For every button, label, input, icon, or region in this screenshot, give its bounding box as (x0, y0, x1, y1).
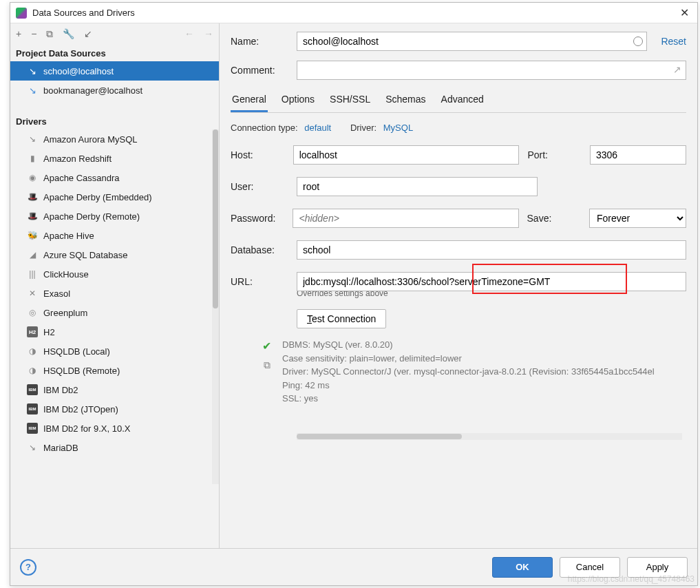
main-panel: Name: Reset Comment: ↗ General Options S… (220, 23, 697, 548)
help-button[interactable]: ? (20, 559, 36, 576)
driver-label: H2 (43, 327, 55, 337)
remove-icon[interactable]: − (31, 28, 36, 39)
driver-item[interactable]: 🐝Apache Hive (10, 226, 219, 245)
add-icon[interactable]: + (16, 28, 21, 39)
data-sources-dialog: Data Sources and Drivers ✕ + − ⧉ 🔧 ↙ ← →… (10, 2, 698, 586)
driver-label: Driver: (350, 123, 376, 133)
driver-label: Apache Cassandra (43, 173, 120, 183)
test-connection-button[interactable]: Test Connection (297, 309, 386, 328)
driver-label: IBM Db2 (43, 385, 78, 395)
apply-button[interactable]: Apply (627, 557, 688, 578)
ok-button[interactable]: OK (492, 557, 553, 578)
sidebar-toolbar: + − ⧉ 🔧 ↙ ← → (10, 23, 219, 44)
datasource-label: school@localhost (43, 66, 114, 76)
tab-general[interactable]: General (231, 90, 268, 112)
color-indicator-icon[interactable] (633, 36, 643, 46)
driver-item[interactable]: IBMIBM Db2 (JTOpen) (10, 399, 219, 419)
feather-icon: ↘ (27, 85, 38, 96)
driver-link[interactable]: MySQL (383, 123, 413, 133)
driver-item[interactable]: 🎩Apache Derby (Remote) (10, 207, 219, 226)
driver-item[interactable]: ◎Greenplum (10, 303, 219, 322)
name-input-wrapper (297, 32, 647, 51)
driver-label: ClickHouse (43, 269, 89, 280)
database-label: Database: (231, 244, 288, 255)
driver-label: Apache Derby (Embedded) (43, 192, 152, 202)
driver-icon: IBM (27, 403, 38, 414)
forward-arrow-icon[interactable]: → (204, 28, 213, 39)
driver-label: IBM Db2 (JTOpen) (43, 404, 118, 414)
dialog-footer: ? OK Cancel Apply (10, 548, 697, 585)
tab-advanced[interactable]: Advanced (440, 90, 485, 112)
expand-icon[interactable]: ↗ (673, 64, 681, 75)
driver-icon: ▮ (27, 153, 38, 164)
password-label: Password: (231, 213, 284, 224)
driver-icon: ◎ (27, 307, 38, 318)
copy-icon[interactable]: ⧉ (46, 28, 53, 40)
sidebar-scrollbar[interactable] (212, 129, 219, 484)
database-field[interactable] (297, 240, 686, 260)
status-case: Case sensitivity: plain=lower, delimited… (282, 352, 655, 366)
driver-item[interactable]: ↘Amazon Aurora MySQL (10, 129, 219, 149)
driver-item[interactable]: |||ClickHouse (10, 264, 219, 284)
driver-icon: 🐝 (27, 230, 38, 241)
driver-icon: ◑ (27, 365, 38, 376)
project-data-sources-header: Project Data Sources (10, 44, 219, 61)
name-label: Name: (231, 36, 297, 47)
save-label: Save: (527, 213, 581, 224)
reset-link[interactable]: Reset (661, 36, 686, 47)
connection-info-row: Connection type: default Driver: MySQL (231, 123, 686, 133)
driver-label: Azure SQL Database (43, 250, 127, 260)
tab-sshssl[interactable]: SSH/SSL (328, 90, 372, 112)
driver-item[interactable]: IBMIBM Db2 (10, 380, 219, 399)
driver-item[interactable]: ✕Exasol (10, 284, 219, 303)
connection-type-value[interactable]: default (304, 123, 331, 133)
tab-schemas[interactable]: Schemas (384, 90, 427, 112)
driver-label: HSQLDB (Local) (43, 346, 110, 357)
save-select[interactable]: Forever (589, 209, 686, 228)
host-field[interactable] (293, 145, 520, 165)
driver-label: Amazon Redshift (43, 154, 112, 164)
horizontal-scrollbar[interactable] (297, 433, 682, 440)
status-ping: Ping: 42 ms (282, 379, 655, 392)
driver-icon: 🎩 (27, 191, 38, 202)
copy-status-icon[interactable]: ⧉ (264, 359, 271, 371)
rollback-icon[interactable]: ↙ (84, 28, 92, 39)
driver-icon: ↘ (27, 134, 38, 145)
name-field[interactable] (297, 32, 647, 51)
driver-item[interactable]: ▮Amazon Redshift (10, 149, 219, 168)
driver-item[interactable]: ◢Azure SQL Database (10, 245, 219, 264)
url-label: URL: (231, 276, 288, 287)
app-icon (16, 8, 27, 19)
driver-label: IBM Db2 for 9.X, 10.X (43, 423, 130, 434)
driver-item[interactable]: ↘MariaDB (10, 438, 219, 457)
driver-item[interactable]: IBMIBM Db2 for 9.X, 10.X (10, 419, 219, 438)
driver-icon: IBM (27, 423, 38, 434)
cancel-button[interactable]: Cancel (560, 557, 620, 578)
driver-icon: ◢ (27, 249, 38, 260)
status-dbms: DBMS: MySQL (ver. 8.0.20) (282, 338, 655, 352)
comment-field[interactable]: ↗ (297, 61, 686, 80)
tabs: General Options SSH/SSL Schemas Advanced (231, 90, 686, 113)
user-field[interactable] (297, 177, 538, 196)
close-icon[interactable]: ✕ (677, 6, 692, 19)
driver-item[interactable]: H2H2 (10, 322, 219, 342)
drivers-list[interactable]: ↘Amazon Aurora MySQL ▮Amazon Redshift ◉A… (10, 129, 219, 548)
driver-item[interactable]: ◑HSQLDB (Local) (10, 342, 219, 361)
driver-icon: ◉ (27, 172, 38, 183)
wrench-icon[interactable]: 🔧 (63, 28, 74, 39)
driver-item[interactable]: ◉Apache Cassandra (10, 168, 219, 187)
datasource-item-bookmanager[interactable]: ↘ bookmanager@localhost (10, 81, 219, 100)
datasource-item-school[interactable]: ↘ school@localhost (10, 61, 219, 81)
driver-item[interactable]: ◑HSQLDB (Remote) (10, 361, 219, 380)
back-arrow-icon[interactable]: ← (184, 28, 194, 39)
port-field[interactable] (590, 145, 686, 165)
driver-label: MariaDB (43, 443, 78, 453)
feather-icon: ↘ (27, 65, 38, 76)
url-field[interactable] (297, 272, 686, 291)
comment-label: Comment: (231, 65, 297, 76)
driver-icon: ||| (27, 269, 38, 280)
driver-icon: IBM (27, 384, 38, 395)
tab-options[interactable]: Options (280, 90, 316, 112)
password-field[interactable] (293, 209, 518, 228)
driver-item[interactable]: 🎩Apache Derby (Embedded) (10, 187, 219, 207)
